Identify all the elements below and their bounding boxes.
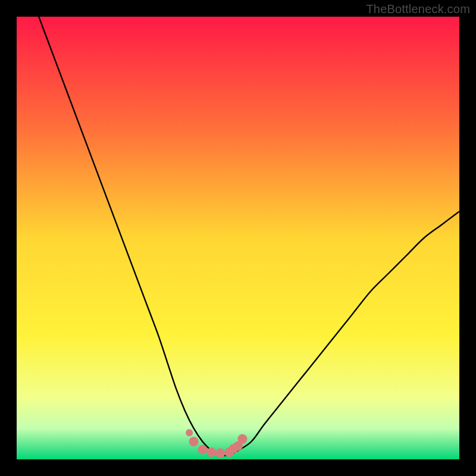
plot-area	[17, 17, 459, 459]
valley-marker	[198, 445, 207, 455]
gradient-background	[17, 17, 459, 459]
chart-frame: TheBottleneck.com	[0, 0, 476, 476]
valley-marker	[186, 429, 193, 436]
plot-svg	[17, 17, 459, 459]
valley-marker	[237, 434, 247, 444]
watermark-text: TheBottleneck.com	[366, 2, 470, 16]
valley-marker	[215, 449, 225, 458]
valley-marker	[189, 437, 199, 446]
valley-marker	[206, 447, 216, 457]
